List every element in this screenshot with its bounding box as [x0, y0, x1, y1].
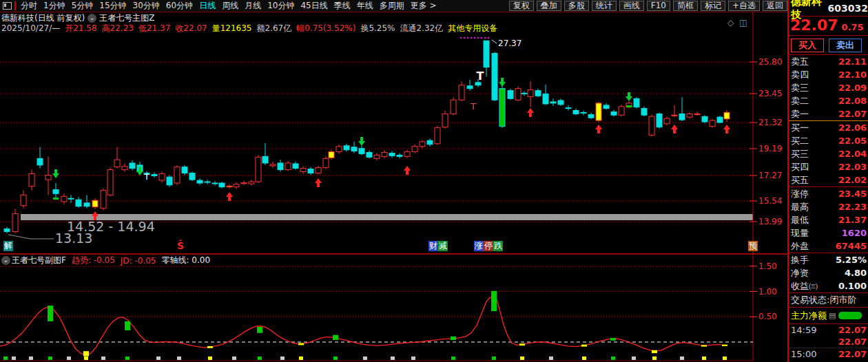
ask-levels: 卖五22.11卖四22.10卖三22.09卖二22.08卖一22.07: [789, 55, 868, 120]
candle: [219, 183, 225, 187]
strip-tick: [280, 356, 285, 360]
main-chart-canvas[interactable]: 25.8023.4521.3219.1917.2715.5413.9914.52…: [0, 0, 868, 362]
period-tab-周线[interactable]: 周线: [222, 1, 238, 10]
sell-button[interactable]: 卖出: [829, 39, 862, 52]
diamond-icon[interactable]: ◇: [727, 18, 739, 28]
bid-row[interactable]: 买四22.03: [789, 160, 868, 173]
ohlc-info-line: 2025/10/27/—开21.58高22.23低21.37收22.07量121…: [1, 23, 502, 33]
candle: [212, 183, 218, 184]
period-tab-5分钟[interactable]: 5分钟: [72, 1, 94, 10]
bid-row-label: 买三: [791, 148, 809, 160]
ask-row[interactable]: 卖二22.08: [789, 94, 868, 107]
event-badge-停[interactable]: 停: [484, 241, 493, 251]
price-axis-label: 23.45: [758, 89, 782, 98]
toolbar-button-统计[interactable]: 统计: [592, 1, 617, 11]
ask-row-label: 卖二: [791, 95, 809, 107]
period-tab-更多 >[interactable]: 更多 >: [411, 1, 437, 10]
candle: [649, 116, 654, 135]
period-tab-45日线[interactable]: 45日线: [300, 1, 327, 10]
zero-axis-value: 零轴线: 0.00: [162, 255, 211, 266]
bid-row[interactable]: 买五22.02: [789, 173, 868, 187]
event-badge-解[interactable]: 解: [3, 241, 13, 251]
period-tab-分时[interactable]: 分时: [21, 1, 37, 10]
chevron-down-icon[interactable]: ⌄: [87, 14, 96, 23]
buy-signal-arrow: [723, 125, 730, 134]
signal-bar: [610, 338, 616, 341]
tick-row: 22.07: [789, 336, 868, 348]
strip-tick: [177, 356, 181, 360]
event-badge-预[interactable]: 预: [748, 241, 758, 251]
period-tab-30分钟[interactable]: 30分钟: [133, 1, 160, 10]
stat-row-label: 净资: [791, 267, 809, 279]
toolbar-button-叠加[interactable]: 叠加: [537, 1, 561, 11]
split-panel-icon[interactable]: ◫: [739, 18, 752, 28]
candle: [285, 163, 291, 170]
event-badge-Ŝ[interactable]: Ŝ: [176, 241, 185, 251]
signal-bar: [491, 291, 497, 311]
candle: [130, 163, 135, 169]
bid-levels: 买一22.06买二22.05买三22.04买四22.03买五22.02: [789, 121, 868, 187]
toolbar-button-+自选[interactable]: +自选: [728, 1, 760, 11]
signal-bar: [298, 343, 304, 345]
bid-row[interactable]: 买二22.05: [789, 134, 868, 147]
event-badge-减[interactable]: 减: [438, 241, 448, 251]
ask-row-label: 卖五: [791, 56, 809, 68]
period-tab-60分钟[interactable]: 60分钟: [166, 1, 193, 10]
candle: [459, 85, 464, 100]
strip-tick: [492, 356, 496, 360]
candle: [404, 151, 410, 156]
period-tab-日线[interactable]: 日线: [199, 1, 216, 10]
period-tab-1分钟[interactable]: 1分钟: [43, 1, 65, 10]
candle: [234, 184, 239, 187]
event-badge-跌[interactable]: 跌: [493, 241, 503, 251]
candle: [603, 105, 609, 109]
event-badge-涨[interactable]: 涨: [474, 241, 484, 251]
bid-row[interactable]: 买三22.04: [789, 147, 868, 160]
buy-button[interactable]: 买入: [791, 39, 824, 52]
candle: [61, 196, 67, 202]
sub-indicator-name[interactable]: 王者七号副图F: [12, 255, 66, 266]
bid-row[interactable]: 买一22.06: [789, 121, 868, 134]
toolbar-button-多股[interactable]: 多股: [564, 1, 589, 11]
period-tab-月线[interactable]: 月线: [245, 1, 261, 10]
candle: [4, 229, 10, 232]
ask-row[interactable]: 卖三22.09: [789, 81, 868, 94]
buy-signal-arrow: [595, 125, 602, 134]
candle: [45, 175, 51, 180]
toolbar-button-标记[interactable]: 标记: [701, 1, 725, 11]
stat-row: 收益㈢0.100: [789, 279, 868, 292]
toolbar-button-复权[interactable]: 复权: [509, 1, 534, 11]
stat-row-value: 67445: [836, 241, 867, 251]
ask-row[interactable]: 卖一22.07: [789, 107, 868, 120]
stat-row: 最高22.23: [789, 200, 868, 213]
peak-price-label: 27.37: [498, 39, 521, 48]
toolbar-button-画线[interactable]: 画线: [619, 1, 644, 11]
chevron-down-icon[interactable]: ⌄: [1, 256, 10, 265]
period-tab-年线[interactable]: 年线: [357, 1, 373, 10]
stock-code: 603032: [828, 3, 868, 14]
candle: [382, 152, 387, 156]
jd-value: JD: -0.05: [121, 256, 156, 266]
toolbar-button-返回[interactable]: 返回: [763, 1, 787, 11]
candle: [227, 186, 232, 187]
event-badge-财[interactable]: 财: [428, 241, 438, 251]
main-flow-row[interactable]: 主力净额 ▤: [789, 308, 868, 323]
candle: [634, 98, 639, 107]
period-tab-15分钟[interactable]: 15分钟: [99, 1, 126, 10]
period-tab-10分钟[interactable]: 10分钟: [267, 1, 294, 10]
candle: [717, 117, 723, 123]
ask-row-value: 22.10: [838, 70, 867, 80]
window-icon[interactable]: [3, 2, 12, 10]
candle: [492, 53, 497, 100]
period-tab-多周期[interactable]: 多周期: [380, 1, 404, 10]
stat-row-label: 换手: [791, 254, 809, 266]
ask-row[interactable]: 卖五22.11: [789, 55, 868, 68]
toolbar-button-简框[interactable]: 简框: [673, 1, 698, 11]
candle: [159, 173, 165, 180]
info-segment: 高22.23: [102, 23, 134, 34]
period-tab-季线[interactable]: 季线: [334, 1, 351, 10]
ask-row[interactable]: 卖四22.10: [789, 68, 868, 81]
candle: [270, 164, 276, 166]
toolbar-button-F10[interactable]: F10: [647, 1, 670, 11]
candle: [76, 200, 81, 206]
